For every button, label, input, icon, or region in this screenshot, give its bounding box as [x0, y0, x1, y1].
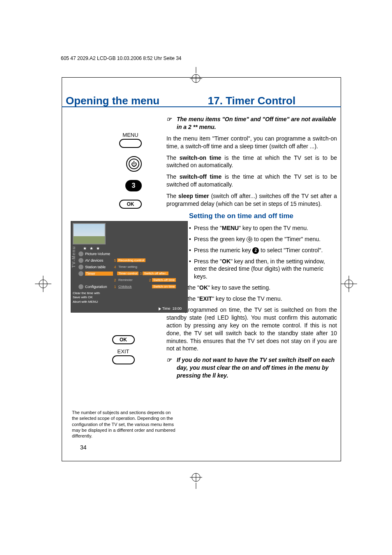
exit-label: EXIT	[112, 348, 135, 355]
crop-mark-right	[341, 276, 357, 292]
crop-mark-bottom	[188, 472, 204, 489]
footnote: The number of subjects and sections depe…	[72, 410, 177, 439]
exit-button-icon	[112, 355, 135, 364]
note-text: If you do not want to have the TV set sw…	[177, 356, 337, 380]
bullet-item: Press the "MENU" key to open the TV menu…	[194, 224, 337, 232]
menu-label: MENU	[119, 132, 142, 138]
number-3-button-icon: 3	[125, 180, 142, 191]
paragraph: The sleep timer (switch off after...) sw…	[166, 192, 337, 208]
title-right: 17. Timer Control	[166, 82, 337, 107]
menu-item-active: Timer	[85, 272, 113, 276]
paragraph: At the programmed on time, the TV set is…	[166, 306, 337, 352]
document-header: 605 47 2029.A2 LCD-GB 10.03.2006 8:52 Uh…	[61, 55, 182, 61]
paragraph: The switch-off time is the time at which…	[166, 173, 337, 189]
bullet-item: Press the numeric key 2 to select "Timer…	[194, 246, 337, 254]
tv-preview-thumbnail	[73, 223, 106, 244]
pointing-hand-icon: ☞	[166, 115, 177, 131]
tv-menu-diagram: ★ ★ ★ TV-Menu Picture-Volume AV devices5…	[71, 221, 188, 313]
menu-time: Time 19:00	[73, 306, 186, 311]
menu-item: AV devices	[85, 258, 113, 263]
pointing-hand-icon: ☞	[166, 356, 177, 380]
exit-button-group: EXIT	[112, 348, 135, 364]
bullet-item: Press the "OK" key to save the setting.	[171, 284, 337, 292]
tv-menu-sidebar-label: TV-Menu	[71, 246, 76, 268]
page-number: 34	[80, 444, 160, 451]
bullet-item: Press the green key ⏻ to open the "Timer…	[194, 235, 337, 243]
power-button-icon: ⏻	[126, 156, 142, 172]
menu-help-text: Clear the time with Save with OK Abort w…	[73, 291, 186, 304]
bullet-item: Press the "OK" key and then, in the sett…	[194, 258, 337, 281]
bullet-item: Press the "EXIT" key to close the TV men…	[171, 295, 337, 303]
crop-mark-left	[35, 276, 51, 292]
paragraph: In the menu item "Timer control", you ca…	[166, 135, 337, 150]
menu-button-group: MENU	[119, 132, 142, 148]
ok-button-icon-2: OK	[112, 335, 135, 344]
menu-stars: ★ ★ ★	[73, 246, 186, 251]
title-left: Opening the menu	[66, 82, 166, 107]
paragraph: The switch-on time is the time at which …	[166, 154, 337, 170]
green-key-icon: ⏻	[247, 237, 252, 242]
menu-item: Station table	[85, 265, 113, 269]
ok-button-icon: OK	[119, 200, 142, 209]
menu-item: Picture-Volume	[85, 252, 113, 256]
section-header: Setting the on time and off time	[189, 212, 337, 221]
key-2-icon: 2	[252, 247, 259, 254]
menu-item: Configuration	[85, 285, 113, 289]
menu-button-icon	[119, 139, 142, 148]
note-text: The menu items "On time" and "Off time" …	[177, 115, 337, 131]
